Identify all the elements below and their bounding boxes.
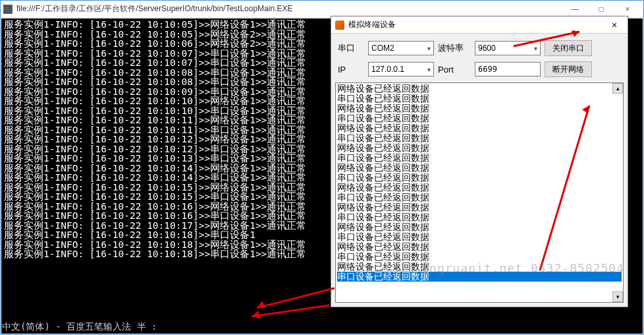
- maximize-button[interactable]: □: [588, 2, 614, 16]
- list-item[interactable]: 串口设备已经返回数据: [337, 153, 622, 163]
- window-title: file:///F:/工作目录/工作区/平台软件/ServerSuperIO/t…: [16, 3, 562, 15]
- dialog-titlebar[interactable]: 模拟终端设备 ×: [331, 16, 628, 34]
- disconnect-button[interactable]: 断开网络: [545, 61, 592, 77]
- form-area: 串口 COM2 波特率 9600 关闭串口 IP 127.0.0.1 Port …: [331, 34, 628, 86]
- ip-combo[interactable]: 127.0.0.1: [368, 62, 434, 76]
- list-item[interactable]: 网络设备已经返回数据: [337, 242, 622, 252]
- dialog-icon: [335, 20, 344, 30]
- terminal-dialog: 模拟终端设备 × 串口 COM2 波特率 9600 关闭串口 IP 127.0.…: [331, 16, 628, 307]
- app-icon: [3, 5, 13, 14]
- list-item[interactable]: 串口设备已经返回数据: [337, 94, 622, 104]
- list-item[interactable]: 串口设备已经返回数据: [337, 193, 622, 202]
- list-item[interactable]: 串口设备已经返回数据: [337, 113, 622, 123]
- list-item[interactable]: 网络设备已经返回数据: [337, 183, 622, 193]
- dialog-close-button[interactable]: ×: [605, 18, 624, 32]
- baud-combo[interactable]: 9600: [475, 41, 541, 55]
- minimize-button[interactable]: —: [562, 2, 588, 16]
- list-item[interactable]: 串口设备已经返回数据: [337, 252, 622, 262]
- list-item[interactable]: 网络设备已经返回数据: [337, 202, 622, 212]
- scroll-up-button[interactable]: ▴: [612, 83, 623, 94]
- list-item[interactable]: 网络设备已经返回数据: [337, 222, 622, 232]
- ime-status: 中文(简体) - 百度五笔输入法 半 :: [2, 321, 157, 333]
- ip-label: IP: [338, 65, 364, 75]
- list-item[interactable]: 串口设备已经返回数据: [337, 173, 622, 183]
- scroll-down-button[interactable]: ▾: [612, 291, 623, 302]
- log-listbox[interactable]: 网络设备已经返回数据串口设备已经返回数据网络设备已经返回数据串口设备已经返回数据…: [335, 82, 624, 303]
- serial-combo[interactable]: COM2: [368, 41, 434, 55]
- dialog-title: 模拟终端设备: [348, 19, 605, 30]
- baud-label: 波特率: [438, 42, 471, 54]
- list-item[interactable]: 串口设备已经返回数据: [337, 272, 622, 282]
- list-item[interactable]: 网络设备已经返回数据: [337, 262, 622, 272]
- list-item[interactable]: 网络设备已经返回数据: [337, 104, 622, 113]
- list-item[interactable]: 网络设备已经返回数据: [337, 84, 622, 94]
- list-item[interactable]: 网络设备已经返回数据: [337, 123, 622, 133]
- list-item[interactable]: 网络设备已经返回数据: [337, 143, 622, 153]
- close-button[interactable]: ×: [614, 2, 641, 16]
- serial-label: 串口: [338, 42, 364, 54]
- list-item[interactable]: 串口设备已经返回数据: [337, 212, 622, 222]
- port-label: Port: [438, 65, 471, 75]
- close-serial-button[interactable]: 关闭串口: [545, 40, 592, 56]
- list-item[interactable]: 串口设备已经返回数据: [337, 133, 622, 143]
- list-item[interactable]: 串口设备已经返回数据: [337, 232, 622, 242]
- list-item[interactable]: 网络设备已经返回数据: [337, 163, 622, 173]
- port-input[interactable]: 6699: [475, 62, 541, 76]
